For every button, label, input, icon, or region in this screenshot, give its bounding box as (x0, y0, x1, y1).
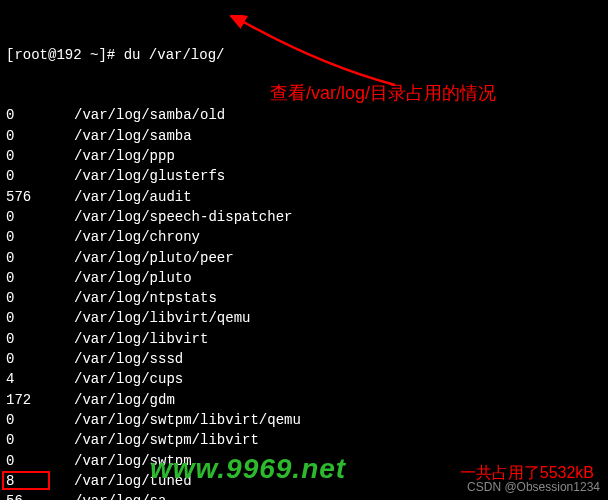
path-value: /var/log/swtpm/libvirt (74, 430, 259, 450)
size-value: 0 (6, 105, 74, 125)
size-value: 0 (6, 308, 74, 328)
path-value: /var/log/ppp (74, 146, 175, 166)
size-value: 0 (6, 166, 74, 186)
terminal-output[interactable]: [root@192 ~]# du /var/log/ 0/var/log/sam… (0, 0, 608, 500)
size-value: 0 (6, 146, 74, 166)
size-value: 0 (6, 430, 74, 450)
size-value: 0 (6, 126, 74, 146)
output-row: 0/var/log/libvirt/qemu (6, 308, 602, 328)
path-value: /var/log/speech-dispatcher (74, 207, 292, 227)
path-value: /var/log/gdm (74, 390, 175, 410)
output-row: 0/var/log/glusterfs (6, 166, 602, 186)
size-value: 8 (6, 471, 74, 491)
path-value: /var/log/swtpm/libvirt/qemu (74, 410, 301, 430)
output-row: 0/var/log/pluto (6, 268, 602, 288)
path-value: /var/log/samba/old (74, 105, 225, 125)
output-row: 4/var/log/cups (6, 369, 602, 389)
output-row: 172/var/log/gdm (6, 390, 602, 410)
path-value: /var/log/pluto/peer (74, 248, 234, 268)
size-value: 576 (6, 187, 74, 207)
size-value: 56 (6, 491, 74, 500)
size-value: 0 (6, 288, 74, 308)
output-row: 0/var/log/chrony (6, 227, 602, 247)
size-value: 172 (6, 390, 74, 410)
command-text: du /var/log/ (124, 47, 225, 63)
size-value: 0 (6, 248, 74, 268)
path-value: /var/log/sa (74, 491, 166, 500)
output-row: 0/var/log/swtpm/libvirt/qemu (6, 410, 602, 430)
output-row: 576/var/log/audit (6, 187, 602, 207)
size-value: 0 (6, 207, 74, 227)
path-value: /var/log/pluto (74, 268, 192, 288)
size-value: 0 (6, 268, 74, 288)
path-value: /var/log/cups (74, 369, 183, 389)
path-value: /var/log/samba (74, 126, 192, 146)
output-row: 0/var/log/samba/old (6, 105, 602, 125)
output-row: 0/var/log/ntpstats (6, 288, 602, 308)
path-value: /var/log/libvirt (74, 329, 208, 349)
output-row: 0/var/log/ppp (6, 146, 602, 166)
output-row: 0/var/log/samba (6, 126, 602, 146)
output-row: 0/var/log/sssd (6, 349, 602, 369)
shell-prompt: [root@192 ~]# (6, 47, 124, 63)
size-value: 0 (6, 410, 74, 430)
path-value: /var/log/glusterfs (74, 166, 225, 186)
output-row: 0/var/log/pluto/peer (6, 248, 602, 268)
watermark-site: www.9969.net (150, 449, 346, 490)
path-value: /var/log/chrony (74, 227, 200, 247)
output-row: 0/var/log/libvirt (6, 329, 602, 349)
watermark-author: CSDN @Obsession1234 (467, 479, 600, 496)
size-value: 0 (6, 349, 74, 369)
path-value: /var/log/audit (74, 187, 192, 207)
path-value: /var/log/libvirt/qemu (74, 308, 250, 328)
output-row: 0/var/log/speech-dispatcher (6, 207, 602, 227)
size-value: 0 (6, 451, 74, 471)
path-value: /var/log/sssd (74, 349, 183, 369)
path-value: /var/log/ntpstats (74, 288, 217, 308)
output-row: 0/var/log/swtpm/libvirt (6, 430, 602, 450)
size-value: 0 (6, 329, 74, 349)
size-value: 0 (6, 227, 74, 247)
size-value: 4 (6, 369, 74, 389)
prompt-line: [root@192 ~]# du /var/log/ (6, 45, 602, 65)
annotation-command-explain: 查看/var/log/目录占用的情况 (270, 80, 496, 106)
